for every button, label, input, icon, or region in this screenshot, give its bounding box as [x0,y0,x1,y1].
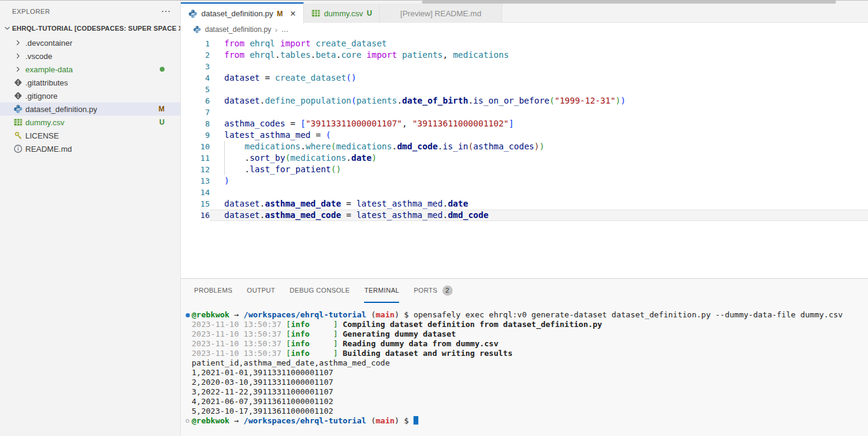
line-number[interactable]: 15 [181,198,210,210]
panel-tab-output[interactable]: OUTPUT [247,279,275,303]
breadcrumb-more[interactable]: … [281,25,288,34]
folder-item-example-data[interactable]: example-data [0,63,180,76]
terminal-token: ] [333,329,343,339]
file-item-license[interactable]: LICENSE [0,129,180,142]
panel-tab-label: TERMINAL [364,287,399,294]
tab--preview-readme-md[interactable]: [Preview] README.md [380,4,502,23]
panel-tab-debug-console[interactable]: DEBUG CONSOLE [290,279,350,303]
code-line-8[interactable]: 8asthma_codes = ["39113311000001107", "3… [181,118,868,129]
code-text: .last_for_patient() [210,164,868,175]
editor-group: dataset_definition.pyM×dummy.csvU[Previe… [181,1,868,278]
line-number[interactable]: 10 [181,141,210,152]
breadcrumb-separator: › [275,25,277,34]
workspace-section-header[interactable]: EHRQL-TUTORIAL [CODESPACES: SUPER SPACE … [0,22,180,35]
line-number[interactable]: 4 [181,72,210,84]
code-line-4[interactable]: 4dataset = create_dataset() [181,72,868,84]
line-number[interactable]: 2 [181,49,210,61]
tab-dataset-definition-py[interactable]: dataset_definition.pyM× [181,2,304,23]
file-label: .gitattributes [25,78,68,87]
code-token: ( [285,153,290,163]
file-item-readme-md[interactable]: README.md [0,142,180,155]
code-line-2[interactable]: 2from ehrql.tables.beta.core import pati… [181,49,868,61]
terminal-token: main [376,310,394,320]
code-line-3[interactable]: 3 [181,61,868,72]
terminal-token: info [291,329,309,339]
code-token: ( [326,130,331,140]
terminal-token [310,339,333,349]
terminal-token: @rebkwok [192,310,230,320]
terminal-gutter [183,320,192,329]
command-success-dot [186,313,190,317]
code-token [310,39,315,48]
code-text: from ehrql import create_dataset [210,38,868,49]
code-line-1[interactable]: 1from ehrql import create_dataset [181,38,868,49]
code-editor[interactable]: 1from ehrql import create_dataset2from e… [181,36,868,221]
code-line-6[interactable]: 6dataset.define_population(patients.date… [181,95,868,107]
code-token: latest_asthma_med [356,199,442,208]
file-item--gitattributes[interactable]: .gitattributes [0,76,180,89]
tab-dummy-csv[interactable]: dummy.csvU [304,4,380,23]
panel-tab-ports[interactable]: PORTS2 [414,279,452,303]
code-token: . [336,50,341,60]
close-icon[interactable]: × [290,8,295,19]
line-number[interactable]: 3 [181,61,210,72]
code-token: . [442,199,447,208]
line-number[interactable]: 13 [181,175,210,187]
terminal-gutter [183,378,192,387]
line-number[interactable]: 11 [181,152,210,164]
code-token: create_dataset [316,39,387,48]
code-line-10[interactable]: 10 medications.where(medications.dmd_cod… [181,141,868,152]
line-number[interactable]: 9 [181,129,210,141]
chevron-right-icon [13,38,23,48]
terminal-token: 1,2021-01-01,39113311000001107 [192,368,333,378]
chevron-right-icon [13,51,23,61]
terminal[interactable]: @rebkwok → /workspaces/ehrql-tutorial (m… [181,303,868,426]
code-line-15[interactable]: 15dataset.asthma_med_date = latest_asthm… [181,198,868,210]
terminal-token: ) $ [395,416,414,426]
code-token: () [331,164,341,174]
code-token: date [448,199,468,208]
file-item--gitignore[interactable]: .gitignore [0,89,180,102]
code-token: import [366,50,397,60]
breadcrumb-file[interactable]: dataset_definition.py [205,25,271,34]
line-number[interactable]: 7 [181,107,210,118]
code-token: from [224,39,245,48]
code-line-14[interactable]: 14 [181,187,868,198]
more-actions-icon[interactable]: ⋯ [161,8,171,14]
line-number[interactable]: 6 [181,95,210,107]
file-item-dummy-csv[interactable]: dummy.csvU [0,116,180,129]
code-token: latest_asthma_med [356,210,442,220]
command-decoration-icon[interactable] [183,416,192,426]
line-number[interactable]: 8 [181,118,210,129]
code-token [397,50,402,60]
line-number[interactable]: 16 [181,210,210,221]
code-line-11[interactable]: 11 .sort_by(medications.date) [181,152,868,164]
code-text [210,187,868,198]
license-icon [13,131,23,140]
folder-item--vscode[interactable]: .vscode [0,49,180,63]
code-line-12[interactable]: 12 .last_for_patient() [181,164,868,175]
line-number[interactable]: 1 [181,38,210,49]
folder-item--devcontainer[interactable]: .devcontainer [0,36,180,49]
file-item-dataset-definition-py[interactable]: dataset_definition.pyM [0,102,180,116]
python-icon [193,25,201,34]
line-number[interactable]: 14 [181,187,210,198]
line-number[interactable]: 5 [181,84,210,95]
terminal-line-6: patient_id,asthma_med_date,asthma_med_co… [183,358,868,368]
code-line-9[interactable]: 9latest_asthma_med = ( [181,129,868,141]
tab-overflow-scrollbar[interactable] [422,1,836,4]
csv-icon [311,8,321,18]
code-token: . [442,210,447,220]
code-line-5[interactable]: 5 [181,84,868,95]
code-token: ) [615,96,620,105]
terminal-token: opensafely exec ehrql:v0 generate-datase… [414,310,843,320]
line-number[interactable]: 12 [181,164,210,175]
code-line-13[interactable]: 13) [181,175,868,187]
panel-tab-problems[interactable]: PROBLEMS [194,279,233,303]
panel-tab-terminal[interactable]: TERMINAL [364,279,399,303]
code-line-7[interactable]: 7 [181,107,868,118]
code-token: last_for_patient [250,164,331,174]
code-line-16[interactable]: 16dataset.asthma_med_code = latest_asthm… [181,210,868,221]
command-decoration-icon[interactable] [183,310,192,320]
file-label: dummy.csv [25,118,64,127]
